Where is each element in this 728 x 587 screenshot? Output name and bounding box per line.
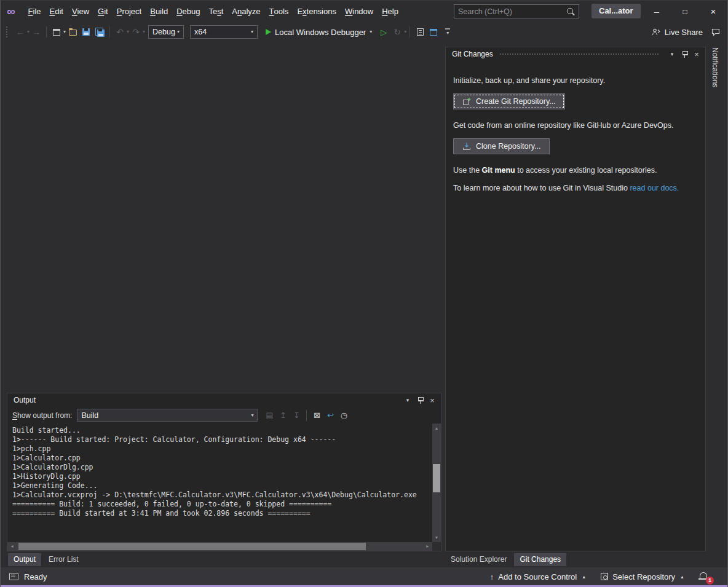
chevron-down-icon: ▾ (251, 30, 253, 34)
output-source-dropdown[interactable]: Build ▾ (77, 409, 258, 422)
debugger-label: Local Windows Debugger (275, 28, 366, 37)
init-repository-text: Initialize, back up, and share your repo… (453, 76, 698, 86)
redo-caret-icon[interactable]: ▾ (143, 30, 145, 34)
live-share-label: Live Share (665, 28, 703, 37)
show-timestamp-button[interactable]: ◷ (337, 409, 350, 422)
search-box[interactable] (454, 4, 579, 18)
up-arrow-icon: ↑ (490, 572, 494, 581)
find-in-files-button[interactable] (413, 25, 427, 39)
output-panel-header[interactable]: Output ▾ × (7, 393, 441, 407)
add-to-source-control-button[interactable]: ↑ Add to Source Control ▲ (483, 572, 593, 581)
menu-item[interactable]: Window (341, 1, 378, 22)
minimize-button[interactable]: – (643, 1, 671, 22)
scroll-left-icon[interactable]: ◄ (10, 544, 14, 548)
platform-value: x64 (194, 28, 207, 36)
redo-button[interactable]: ↷ (129, 25, 143, 39)
output-console[interactable]: Build started...1>------ Build started: … (7, 424, 441, 551)
notifications-bell-button[interactable]: 1 (699, 572, 709, 581)
menu-item[interactable]: Analyze (228, 1, 264, 22)
close-icon[interactable]: × (426, 395, 438, 406)
menu-item[interactable]: Edit (46, 1, 68, 22)
start-debugging-button[interactable]: Local Windows Debugger ▾ (261, 28, 377, 37)
attach-caret-icon[interactable]: ▾ (404, 30, 406, 34)
panel-grip[interactable] (499, 53, 660, 56)
create-repository-icon (462, 97, 471, 106)
goto-next-message-button[interactable]: ↧ (290, 409, 303, 422)
select-repository-button[interactable]: Select Repository ▲ (593, 572, 692, 581)
repository-icon (601, 573, 608, 580)
read-our-docs-link[interactable]: read our docs. (630, 184, 679, 192)
menu-item[interactable]: View (68, 1, 93, 22)
tab-error-list[interactable]: Error List (43, 553, 84, 566)
send-feedback-button[interactable] (709, 25, 722, 39)
notifications-tab[interactable]: Notifications (708, 47, 722, 106)
close-button[interactable]: × (699, 1, 727, 22)
show-output-from-label: Show output from: (12, 411, 72, 420)
scroll-up-icon[interactable]: ▲ (432, 424, 441, 433)
navigate-forward-button[interactable]: → (30, 25, 43, 39)
add-to-source-control-label: Add to Source Control (498, 572, 577, 581)
create-git-repository-button[interactable]: Create Git Repository... (453, 93, 565, 109)
scroll-right-icon[interactable]: ► (425, 544, 430, 548)
attach-to-process-button[interactable]: ↻ (390, 25, 404, 39)
toggle-word-wrap-button[interactable]: ↩ (323, 409, 337, 422)
toolbar-grip[interactable] (6, 26, 9, 38)
new-project-button[interactable] (50, 25, 63, 39)
clear-all-button[interactable]: ⊠ (310, 409, 323, 422)
chevron-down-icon: ▾ (446, 31, 449, 36)
output-line: 1>pch.cpp (12, 444, 432, 454)
save-all-button[interactable] (93, 25, 106, 39)
tab-solution-explorer[interactable]: Solution Explorer (445, 553, 512, 566)
menu-item[interactable]: Tools (265, 1, 293, 22)
horizontal-scrollbar-thumb[interactable] (18, 543, 366, 550)
scroll-down-icon[interactable]: ▼ (432, 533, 441, 542)
window-title: Cal...ator (592, 4, 641, 18)
tab-output[interactable]: Output (8, 553, 41, 566)
solution-configuration-dropdown[interactable]: Debug ▾ (148, 25, 184, 39)
maximize-button[interactable]: □ (671, 1, 699, 22)
search-input[interactable] (458, 7, 566, 16)
menu-item[interactable]: Build (146, 1, 172, 22)
toolbar-options-button[interactable]: ▾ (443, 28, 453, 36)
vertical-scrollbar-thumb[interactable] (433, 464, 440, 492)
search-icon[interactable] (566, 7, 575, 16)
solution-platform-dropdown[interactable]: x64 ▾ (190, 25, 258, 39)
vertical-scrollbar[interactable]: ▲ ▼ (432, 424, 441, 542)
tab-git-changes[interactable]: Git Changes (514, 553, 566, 566)
goto-previous-message-button[interactable]: ↥ (276, 409, 290, 422)
menu-item[interactable]: Test (204, 1, 228, 22)
output-line: Build started... (12, 426, 432, 435)
close-icon[interactable]: × (690, 49, 703, 60)
window-position-icon[interactable]: ▾ (402, 395, 414, 406)
find-message-button[interactable]: ▤ (263, 409, 276, 422)
undo-button[interactable]: ↶ (113, 25, 127, 39)
output-log: Build started...1>------ Build started: … (7, 426, 432, 542)
navigate-back-button[interactable]: ← (14, 25, 27, 39)
vs-logo-icon: ∞ (7, 6, 15, 17)
open-file-button[interactable] (66, 25, 79, 39)
pin-icon[interactable] (414, 395, 426, 406)
status-ready-label: Ready (24, 572, 47, 581)
solution-explorer-button[interactable] (427, 25, 440, 39)
clone-repository-label: Clone Repository... (476, 142, 540, 151)
save-button[interactable] (79, 25, 93, 39)
window-position-icon[interactable]: ▾ (666, 49, 678, 60)
toolbar-separator (306, 410, 307, 421)
horizontal-scrollbar[interactable]: ◄ ► (7, 542, 432, 551)
menu-item[interactable]: Help (378, 1, 403, 22)
live-share-button[interactable]: Live Share (645, 28, 709, 37)
pin-icon[interactable] (678, 49, 690, 60)
menu-item[interactable]: Debug (172, 1, 204, 22)
visual-studio-window: ∞ FileEditViewGitProjectBuildDebugTestAn… (0, 0, 728, 587)
right-tab-group: Solution Explorer Git Changes (445, 551, 568, 567)
git-changes-panel-header[interactable]: Git Changes ▾ × (446, 47, 705, 61)
background-tasks-icon[interactable] (9, 573, 18, 580)
menu-item[interactable]: Project (113, 1, 146, 22)
start-without-debugging-button[interactable]: ▷ (377, 25, 390, 39)
menu-item[interactable]: Git (93, 1, 113, 22)
menu-item[interactable]: Extensions (293, 1, 341, 22)
menu-item[interactable]: File (24, 1, 46, 22)
clone-repository-button[interactable]: Clone Repository... (453, 138, 550, 154)
output-line: 1>Calculator.cpp (12, 454, 432, 463)
chevron-down-icon: ▾ (251, 413, 253, 418)
